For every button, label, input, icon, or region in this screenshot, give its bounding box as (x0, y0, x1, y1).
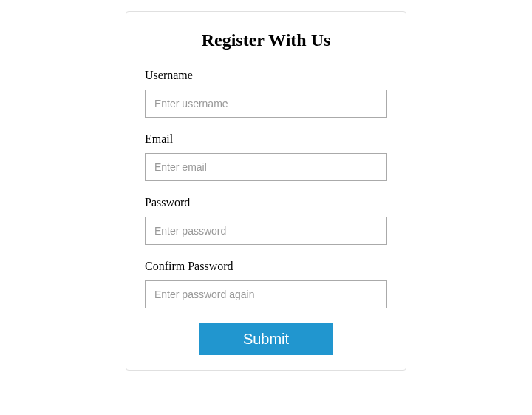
email-label: Email (145, 132, 387, 146)
confirm-password-group: Confirm Password (145, 260, 387, 308)
email-input[interactable] (145, 153, 387, 181)
confirm-password-label: Confirm Password (145, 260, 387, 273)
password-group: Password (145, 196, 387, 245)
username-group: Username (145, 69, 387, 118)
email-group: Email (145, 132, 387, 181)
password-label: Password (145, 196, 387, 209)
confirm-password-input[interactable] (145, 280, 387, 308)
username-input[interactable] (145, 90, 387, 118)
register-card: Register With Us Username Email Password… (126, 11, 406, 371)
username-label: Username (145, 69, 387, 82)
password-input[interactable] (145, 217, 387, 245)
submit-button[interactable]: Submit (199, 323, 333, 355)
form-title: Register With Us (145, 30, 387, 50)
